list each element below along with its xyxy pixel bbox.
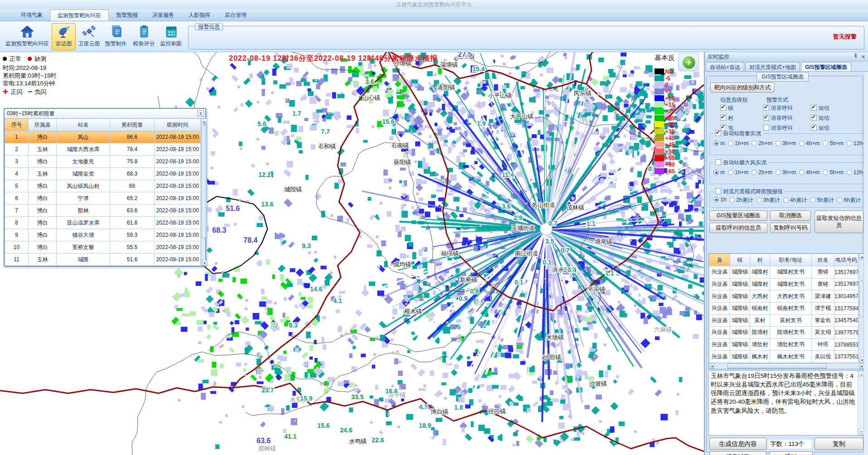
contact-row[interactable]: 兴业县城隍镇莫村莫村支书覃金乾134575405 xyxy=(709,314,858,327)
voice-checkbox-村[interactable]: 语音呼叫 xyxy=(763,114,811,122)
radio-icon[interactable] xyxy=(713,197,719,202)
copy-number-button[interactable]: 复制呼叫号码 xyxy=(770,223,811,233)
column-header[interactable]: 站名 xyxy=(57,119,110,131)
cancel-select-button[interactable]: 取消圈选 xyxy=(770,210,811,221)
menu-item-5[interactable]: 后台管理 xyxy=(218,9,254,21)
table-row[interactable]: 5博白凤山镇凤山村682022-08-19 15:00 xyxy=(5,180,201,192)
column-header[interactable]: 累积雨量 xyxy=(110,119,155,131)
radio-icon[interactable] xyxy=(799,170,805,175)
model-option-5h累计[interactable]: 5h累计 xyxy=(810,196,834,204)
menu-item-0[interactable]: 环境气象 xyxy=(14,9,50,21)
panel-tab-0[interactable]: 自动站+雷达 xyxy=(706,62,744,71)
wind-option-1h+m[interactable]: 1h+m xyxy=(728,169,748,176)
menu-item-3[interactable]: 决策服务 xyxy=(145,9,181,21)
column-header[interactable]: 职务/地址 xyxy=(770,254,812,266)
rain-table-scrollbar[interactable]: ▲ ▼ xyxy=(201,118,205,266)
radio-icon[interactable] xyxy=(776,141,781,146)
radio-icon[interactable] xyxy=(810,197,815,203)
extract-sms-button[interactable]: 提取发短信的信息员 xyxy=(815,210,863,233)
panel-tab-1[interactable]: 对流尺度模式+地图 xyxy=(745,62,800,71)
menu-item-1[interactable]: 监测预警靶向叫应 xyxy=(50,10,109,21)
radar-map[interactable]: 沙塘镇蒲塘镇北市镇洛阳镇小平山镇民乐镇山心镇大平山镇石和镇石南镇葵阳镇城隍镇名山… xyxy=(0,52,704,455)
checkbox[interactable] xyxy=(763,115,769,121)
rain-option-5h+m[interactable]: 5h+m xyxy=(823,140,843,147)
tool-button-3[interactable]: 预警制作 xyxy=(103,23,128,50)
message-textarea[interactable]: 玉林市气象台19日5时15分发布暴雨橙色预警信号：4时以来兴业县城隍大西水库已出… xyxy=(708,370,865,435)
model-rain-checkbox[interactable] xyxy=(715,188,721,194)
sms-checkbox-镇[interactable]: 短信 xyxy=(811,104,852,112)
radio-icon[interactable] xyxy=(756,197,762,203)
rain-option-1h+m[interactable]: 1h+m xyxy=(728,140,748,147)
voice-preview-button[interactable]: 语音试听 xyxy=(709,451,766,455)
scroll-down-icon[interactable]: ▼ xyxy=(202,260,207,266)
auto-rain-checkbox[interactable] xyxy=(715,130,721,136)
menu-item-4[interactable]: 人影指挥 xyxy=(181,9,218,21)
model-option-1h[interactable]: 1h xyxy=(713,196,726,204)
radio-icon[interactable] xyxy=(713,170,719,175)
panel-tab-2[interactable]: GIS预警区域圈选 xyxy=(801,62,851,71)
level-checkbox-村[interactable]: 村 xyxy=(720,114,763,122)
table-row[interactable]: 11玉林城隍51.62022-08-19 15:00 xyxy=(5,254,201,266)
rain-table-window[interactable]: 03时~15时累积雨量 x 序号所属县站名累积雨量观测时间 1博白凤山86.62… xyxy=(4,108,206,267)
checkbox[interactable] xyxy=(811,105,817,111)
rain-option-3h+m[interactable]: 3h+m xyxy=(776,140,796,147)
checkbox[interactable] xyxy=(763,105,769,111)
tool-button-4[interactable]: 检验评分 xyxy=(131,23,156,50)
table-row[interactable]: 1博白凤山86.62022-08-19 15:00 xyxy=(5,131,201,143)
radio-icon[interactable] xyxy=(847,141,852,146)
voice-checkbox-镇[interactable]: 语音呼叫 xyxy=(763,104,811,112)
radio-icon[interactable] xyxy=(729,197,735,203)
table-row[interactable]: 2玉林城隍大西水库78.42022-08-19 15:00 xyxy=(5,143,201,156)
close-icon[interactable]: x xyxy=(197,110,204,117)
call-button[interactable]: 呼叫 xyxy=(769,451,813,455)
radio-icon[interactable] xyxy=(823,170,828,175)
checkbox[interactable] xyxy=(811,115,817,121)
scroll-left-icon[interactable]: ◄ xyxy=(709,363,715,369)
contact-row[interactable]: 兴业县城隍镇枫木村枫木村支书吴以悦137375511 xyxy=(709,351,858,363)
table-row[interactable]: 9博白顿谷大塘59.32022-08-19 15:00 xyxy=(5,229,201,241)
call-level-button[interactable]: 靶向叫应的级别和方式 xyxy=(710,83,775,93)
extract-call-button[interactable]: 提取呼叫的信息员 xyxy=(709,223,767,233)
generate-message-button[interactable]: 生成信息内容 xyxy=(709,438,766,450)
radio-icon[interactable] xyxy=(847,170,852,175)
wind-option-2h+m[interactable]: 2h+m xyxy=(752,169,772,176)
table-row[interactable]: 8博白亚山温罗水库61.62022-08-19 15:00 xyxy=(5,217,201,229)
table-row[interactable]: 7博白那林63.62022-08-19 15:00 xyxy=(5,205,201,217)
radio-icon[interactable] xyxy=(728,170,733,175)
level-checkbox-镇[interactable]: 镇 xyxy=(720,104,763,112)
scroll-thumb[interactable] xyxy=(727,363,827,369)
radio-icon[interactable] xyxy=(799,141,805,146)
tool-button-5[interactable]: 监控刷新 xyxy=(159,23,184,50)
close-icon[interactable]: ✕ xyxy=(860,54,867,60)
rain-option-4h+m[interactable]: 4h+m xyxy=(799,140,820,147)
radio-icon[interactable] xyxy=(776,170,781,175)
table-row[interactable]: 6博白宁潭65.22022-08-19 15:00 xyxy=(5,192,201,205)
radio-icon[interactable] xyxy=(713,141,719,146)
model-option-6h累计[interactable]: 6h累计 xyxy=(837,196,861,204)
model-option-2h累计[interactable]: 2h累计 xyxy=(729,196,753,204)
scroll-up-icon[interactable]: ▲ xyxy=(202,118,207,124)
wind-option-5h+m[interactable]: 5h+m xyxy=(823,169,843,176)
sms-checkbox-村[interactable]: 短信 xyxy=(811,114,852,122)
checkbox[interactable] xyxy=(720,105,726,111)
auto-wind-checkbox[interactable] xyxy=(715,159,721,165)
gis-select-button[interactable]: GIS预警区域圈选 xyxy=(709,210,767,221)
radio-icon[interactable] xyxy=(752,170,757,175)
contacts-hscrollbar[interactable]: ◄ ► xyxy=(709,363,865,369)
wind-option-m[interactable]: m xyxy=(713,169,725,176)
column-header[interactable]: 序号 xyxy=(5,119,29,131)
contact-row[interactable]: 兴业县城隍镇大西村大西村支书梁泽建130149571 xyxy=(709,290,858,303)
radio-icon[interactable] xyxy=(783,197,789,203)
wind-option-4h+m[interactable]: 4h+m xyxy=(799,169,820,176)
table-row[interactable]: 3博白文地姜充75.82022-08-19 15:00 xyxy=(5,156,201,168)
radio-icon[interactable] xyxy=(728,141,733,146)
column-header[interactable]: 所属县 xyxy=(29,119,57,131)
rain-option-m[interactable]: m xyxy=(713,140,725,147)
copy-message-button[interactable]: 复制 xyxy=(815,438,863,450)
contact-row[interactable]: 兴业县城隍镇城隍村城隍村支书黄铸135176975 xyxy=(709,278,858,290)
radio-icon[interactable] xyxy=(752,141,757,146)
radio-icon[interactable] xyxy=(837,197,843,203)
column-header[interactable]: 观测时间 xyxy=(155,119,201,131)
table-row[interactable]: 10博白英桥文黎55.52022-08-19 15:00 xyxy=(5,241,201,254)
column-header[interactable]: 电话号码 xyxy=(834,254,858,266)
